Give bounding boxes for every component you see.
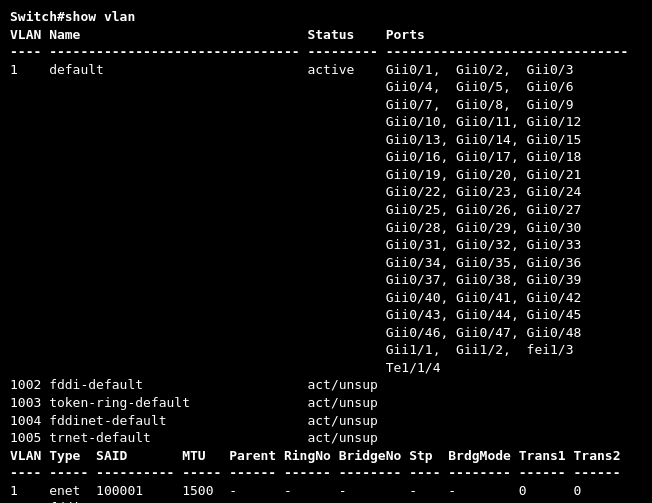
terminal-line: Gii0/16, Gii0/17, Gii0/18 <box>10 148 642 166</box>
terminal-line: Gii0/43, Gii0/44, Gii0/45 <box>10 306 642 324</box>
terminal-line: VLAN Name Status Ports <box>10 26 642 44</box>
terminal-line: Gii0/31, Gii0/32, Gii0/33 <box>10 236 642 254</box>
terminal-line: 1005 trnet-default act/unsup <box>10 429 642 447</box>
terminal-line: 1002 fddi 101002 1500 - - - - - 0 0 <box>10 499 642 503</box>
terminal-line: 1002 fddi-default act/unsup <box>10 376 642 394</box>
terminal-line: Gii0/22, Gii0/23, Gii0/24 <box>10 183 642 201</box>
terminal-line: Gii0/13, Gii0/14, Gii0/15 <box>10 131 642 149</box>
terminal-line: Gii0/25, Gii0/26, Gii0/27 <box>10 201 642 219</box>
terminal-line: Gii0/19, Gii0/20, Gii0/21 <box>10 166 642 184</box>
terminal-line: ---- ----- ---------- ----- ------ -----… <box>10 464 642 482</box>
terminal-line: 1004 fddinet-default act/unsup <box>10 412 642 430</box>
terminal-line: Gii0/4, Gii0/5, Gii0/6 <box>10 78 642 96</box>
terminal-line: Gii0/7, Gii0/8, Gii0/9 <box>10 96 642 114</box>
terminal-line: Gii1/1, Gii1/2, fei1/3 <box>10 341 642 359</box>
terminal-line: ---- -------------------------------- --… <box>10 43 642 61</box>
terminal-line: 1 default active Gii0/1, Gii0/2, Gii0/3 <box>10 61 642 79</box>
terminal-line: Gii0/28, Gii0/29, Gii0/30 <box>10 219 642 237</box>
terminal-line: Gii0/37, Gii0/38, Gii0/39 <box>10 271 642 289</box>
terminal-line: Gii0/10, Gii0/11, Gii0/12 <box>10 113 642 131</box>
terminal-prompt: Switch#show vlan <box>10 8 642 26</box>
terminal-line: Gii0/46, Gii0/47, Gii0/48 <box>10 324 642 342</box>
terminal-output: VLAN Name Status Ports---- -------------… <box>10 26 642 503</box>
terminal-line: Gii0/40, Gii0/41, Gii0/42 <box>10 289 642 307</box>
terminal-line: Te1/1/4 <box>10 359 642 377</box>
terminal-line: Gii0/34, Gii0/35, Gii0/36 <box>10 254 642 272</box>
terminal-line: 1 enet 100001 1500 - - - - - 0 0 <box>10 482 642 500</box>
terminal-line: VLAN Type SAID MTU Parent RingNo BridgeN… <box>10 447 642 465</box>
terminal-line: 1003 token-ring-default act/unsup <box>10 394 642 412</box>
terminal-window: Switch#show vlan VLAN Name Status Ports-… <box>10 8 642 503</box>
